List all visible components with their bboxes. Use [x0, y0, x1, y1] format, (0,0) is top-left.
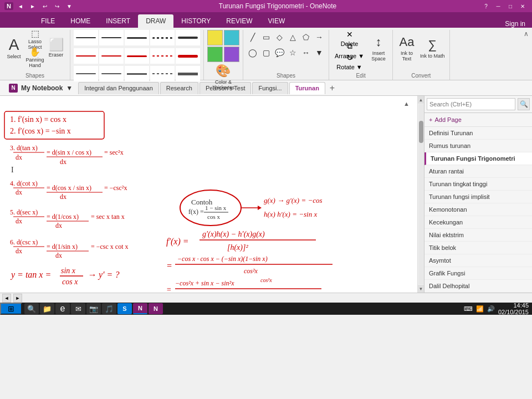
pen-style-14[interactable] — [150, 66, 175, 81]
onenote2-icon[interactable]: N — [149, 303, 163, 314]
panning-btn[interactable]: ✋ PanningHand — [26, 48, 44, 66]
tab-home[interactable]: HOME — [63, 14, 98, 28]
pen-style-12[interactable] — [99, 66, 124, 81]
add-page-button[interactable]: + Add Page — [424, 113, 532, 127]
page-item-10[interactable]: Asymtot — [424, 254, 532, 267]
page-item-11[interactable]: Grafik Fungsi — [424, 267, 532, 280]
section-research[interactable]: Research — [160, 82, 198, 94]
shape-arrow-both[interactable]: ↔ — [300, 45, 312, 60]
tab-review[interactable]: REVIEW — [218, 14, 260, 28]
vertical-scrollbar[interactable]: ▲ ▼ — [417, 96, 424, 293]
pen-style-7[interactable] — [99, 48, 124, 64]
collapse-ribbon-btn[interactable]: ∧ — [522, 30, 530, 38]
arrange-btn[interactable]: ⧉ Arrange ▼ — [332, 42, 366, 53]
page-item-0[interactable]: Definisi Turunan — [424, 127, 532, 140]
scroll-thumb[interactable] — [419, 121, 423, 143]
pen-style-5[interactable] — [176, 30, 200, 45]
volume-tray-icon[interactable]: 🔊 — [487, 305, 495, 313]
mail-icon[interactable]: ✉ — [71, 303, 85, 314]
sign-in-link[interactable]: Sign in — [498, 20, 532, 28]
search-button[interactable]: 🔍 — [518, 98, 530, 110]
pen-style-3[interactable] — [125, 30, 149, 45]
type-tool-btn[interactable]: A Select — [3, 30, 24, 66]
next-page-btn[interactable]: ► — [13, 294, 22, 303]
undo-btn[interactable]: ↩ — [40, 2, 50, 11]
pen-style-2[interactable] — [99, 30, 124, 45]
prev-page-btn[interactable]: ◄ — [2, 294, 11, 303]
scroll-down-btn[interactable]: ▼ — [418, 285, 424, 293]
maximize-btn[interactable]: □ — [505, 2, 515, 11]
shape-ellipse[interactable]: ◯ — [247, 45, 259, 60]
pen-style-11[interactable] — [74, 66, 98, 81]
camera-icon[interactable]: 📷 — [86, 303, 101, 314]
page-item-1[interactable]: Rumus turunan — [424, 140, 532, 152]
pen-style-1[interactable] — [74, 30, 98, 45]
scroll-up-btn[interactable]: ▲ — [418, 96, 424, 104]
page-item-7[interactable]: Kecekungan — [424, 216, 532, 229]
color-green[interactable] — [207, 47, 223, 62]
shape-rounded-rect[interactable]: ▢ — [260, 45, 272, 60]
pen-style-8[interactable] — [125, 48, 149, 64]
shape-more[interactable]: ▼ — [313, 45, 325, 60]
start-button[interactable]: ⊞ — [0, 303, 22, 315]
search-task-icon[interactable]: 🔍 — [24, 303, 39, 314]
delete-btn[interactable]: ✕ Delete — [332, 30, 366, 41]
tab-draw[interactable]: DRAW — [138, 14, 173, 28]
page-item-6[interactable]: Kemonotonan — [424, 203, 532, 216]
shape-pentagon[interactable]: ⬠ — [300, 30, 312, 44]
pen-style-6[interactable] — [74, 48, 98, 64]
rotate-btn[interactable]: ↻ Rotate ▼ — [332, 53, 366, 64]
pen-style-4[interactable] — [150, 30, 175, 45]
insert-space-btn[interactable]: ↕ InsertSpace — [368, 30, 389, 66]
shape-rect[interactable]: ▭ — [260, 30, 272, 44]
page-item-5[interactable]: Turunan fungsi implisit — [424, 191, 532, 203]
section-turunan[interactable]: Turunan — [289, 82, 325, 94]
redo-btn[interactable]: ↪ — [52, 2, 62, 11]
color-yellow[interactable] — [207, 30, 223, 45]
tab-insert[interactable]: INSERT — [98, 14, 138, 28]
shape-callout[interactable]: 💬 — [273, 45, 285, 60]
explorer-icon[interactable]: 📁 — [40, 303, 54, 314]
page-item-9[interactable]: Titik belok — [424, 242, 532, 254]
pen-style-13[interactable] — [125, 66, 149, 81]
shape-line[interactable]: ╱ — [247, 30, 259, 44]
keyboard-tray-icon[interactable]: ⌨ — [464, 305, 473, 313]
music-icon[interactable]: 🎵 — [102, 303, 116, 314]
shape-star[interactable]: ☆ — [287, 45, 299, 60]
pen-style-10[interactable] — [176, 48, 200, 64]
quick-access-btn[interactable]: ▼ — [64, 2, 74, 11]
store-icon[interactable]: S — [117, 303, 132, 314]
section-fungsi[interactable]: Fungsi... — [252, 82, 288, 94]
page-item-8[interactable]: Nilai ektstrim — [424, 229, 532, 242]
color-cyan[interactable] — [224, 30, 239, 45]
color-purple[interactable] — [224, 47, 239, 62]
page-item-3[interactable]: Aturan rantai — [424, 165, 532, 178]
page-item-12[interactable]: Dalil Delhopital — [424, 280, 532, 293]
section-add[interactable]: + — [326, 82, 338, 94]
minimize-btn[interactable]: ─ — [493, 2, 503, 11]
network-tray-icon[interactable]: 📶 — [476, 305, 484, 313]
shape-diamond[interactable]: ◇ — [273, 30, 285, 44]
page-item-2[interactable]: Turunan Fungsi Trigonometri — [424, 152, 532, 165]
ie-icon[interactable]: e — [55, 303, 70, 314]
shape-triangle[interactable]: △ — [287, 30, 299, 44]
help-btn[interactable]: ? — [481, 2, 491, 11]
color-thickness-btn[interactable]: 🎨 Color &Thickness — [211, 65, 236, 89]
onenote-purple-icon[interactable]: N — [133, 303, 147, 314]
close-btn[interactable]: ✕ — [518, 2, 528, 11]
pen-style-9[interactable] — [150, 48, 175, 64]
tab-view[interactable]: VIEW — [260, 14, 293, 28]
back-btn[interactable]: ◄ — [16, 2, 25, 11]
eraser-btn[interactable]: ⬜ Eraser — [45, 30, 66, 66]
lasso-btn[interactable]: ⬚ LassoSelect — [26, 30, 44, 48]
pen-style-15[interactable] — [176, 66, 200, 81]
ink-to-math-btn[interactable]: ∑ Ink to Math — [419, 30, 446, 66]
shape-arrow-right[interactable]: → — [313, 30, 325, 44]
section-integral[interactable]: Integral dan Penggunaan — [78, 82, 159, 94]
forward-btn[interactable]: ► — [28, 2, 38, 11]
tab-file[interactable]: FILE — [33, 14, 63, 28]
page-item-4[interactable]: Turunan tingkat tinggi — [424, 178, 532, 191]
search-input[interactable] — [427, 98, 515, 110]
tab-history[interactable]: HISTORY — [173, 14, 218, 28]
ink-to-text-btn[interactable]: Aa Ink toText — [396, 30, 417, 66]
